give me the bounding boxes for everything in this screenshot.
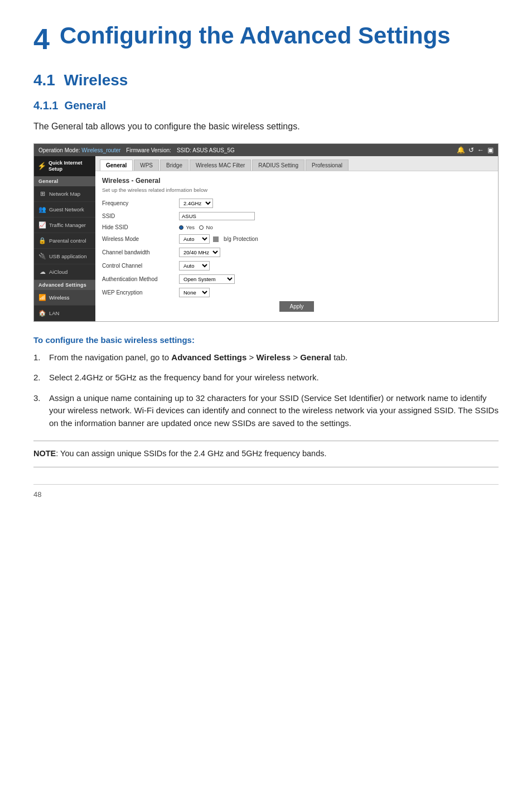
router-tabs: General WPS Bridge Wireless MAC Filter R… <box>95 156 498 171</box>
tab-wps[interactable]: WPS <box>134 160 159 171</box>
note-box: NOTE: You can assign unique SSIDs for th… <box>33 441 499 467</box>
wireless-icon: 📶 <box>38 294 46 301</box>
traffic-manager-icon: 📈 <box>38 221 46 229</box>
wep-encryption-value: None <box>179 288 210 297</box>
instruction-item-3: 3. Assign a unique name containing up to… <box>33 392 499 430</box>
section-4-1-title: 4.1 Wireless <box>33 71 499 89</box>
bell-icon: 🔔 <box>457 146 465 154</box>
instruction-item-2: 2. Select 2.4GHz or 5GHz as the frequenc… <box>33 371 499 384</box>
hide-ssid-value: Yes No <box>179 224 213 230</box>
router-content: General WPS Bridge Wireless MAC Filter R… <box>95 156 498 321</box>
frequency-label: Frequency <box>102 200 175 206</box>
router-panel: Wireless - General Set up the wireless r… <box>95 171 498 317</box>
auth-method-value: Open System <box>179 274 235 284</box>
page-number: 48 <box>33 490 41 499</box>
chapter-title: Configuring the Advanced Settings <box>60 22 451 49</box>
asus-logo-icon: ⚡ <box>37 162 46 170</box>
general-section-header: General <box>34 176 95 186</box>
refresh-icon: ↺ <box>468 146 474 154</box>
lan-icon: 🏠 <box>38 310 46 317</box>
sidebar-wireless-label: Wireless <box>49 294 69 301</box>
control-channel-value: Auto <box>179 261 210 270</box>
tab-bridge[interactable]: Bridge <box>160 160 188 171</box>
sidebar-item-guest-network[interactable]: 👥 Guest Network <box>34 202 95 218</box>
sidebar-lan-label: LAN <box>49 310 59 316</box>
sidebar-usb-label: USB application <box>49 253 87 259</box>
wireless-mode-value: Auto b/g Protection <box>179 234 258 244</box>
sidebar-aicloud-label: AiCloud <box>49 269 67 275</box>
ssid-row: SSID <box>102 212 491 220</box>
operation-mode-label: Operation Mode: Wireless_router <box>38 147 120 153</box>
sidebar-item-usb-application[interactable]: 🔌 USB application <box>34 249 95 264</box>
tab-radius-setting[interactable]: RADIUS Setting <box>252 160 304 171</box>
sidebar-network-map-label: Network Map <box>49 191 80 197</box>
instruction-2-number: 2. <box>33 371 41 384</box>
radio-no-dot <box>199 225 204 230</box>
ssid-label: SSID: ASUS ASUS_5G <box>177 147 235 153</box>
bg-protection-checkbox[interactable] <box>213 236 219 242</box>
wireless-mode-row: Wireless Mode Auto b/g Protection <box>102 234 491 244</box>
frequency-select[interactable]: 2.4GHz 5GHz <box>179 199 213 208</box>
tab-general[interactable]: General <box>100 160 133 171</box>
hide-ssid-no-radio[interactable]: No <box>199 224 213 230</box>
advanced-settings-header: Advanced Settings <box>34 280 95 290</box>
router-sidebar: ⚡ Quick InternetSetup General ⊞ Network … <box>34 156 95 321</box>
network-map-icon: ⊞ <box>38 190 46 197</box>
apply-button[interactable]: Apply <box>279 301 313 312</box>
control-channel-select[interactable]: Auto <box>179 261 210 270</box>
hide-ssid-row: Hide SSID Yes No <box>102 224 491 230</box>
sidebar-item-traffic-manager[interactable]: 📈 Traffic Manager <box>34 218 95 233</box>
guest-network-icon: 👥 <box>38 206 46 213</box>
auth-method-label: Authentication Method <box>102 276 175 282</box>
quick-internet-setup-item[interactable]: ⚡ Quick InternetSetup <box>34 156 95 176</box>
sidebar-item-lan[interactable]: 🏠 LAN <box>34 306 95 321</box>
tab-wireless-mac-filter[interactable]: Wireless MAC Filter <box>190 160 251 171</box>
hide-ssid-yes-radio[interactable]: Yes <box>179 224 195 230</box>
sidebar-item-aicloud[interactable]: ☁ AiCloud <box>34 264 95 280</box>
note-label: NOTE <box>33 449 56 458</box>
window-icon: ▣ <box>487 146 494 154</box>
control-channel-label: Control Channel <box>102 263 175 269</box>
wireless-mode-label: Wireless Mode <box>102 236 175 242</box>
usb-icon: 🔌 <box>38 253 46 260</box>
instruction-item-1: 1. From the navigation panel, go to Adva… <box>33 351 499 364</box>
auth-method-select[interactable]: Open System <box>179 274 235 284</box>
router-topbar-icons: 🔔 ↺ ← ▣ <box>457 146 494 154</box>
note-text: NOTE: You can assign unique SSIDs for th… <box>33 448 499 460</box>
sidebar-item-network-map[interactable]: ⊞ Network Map <box>34 186 95 202</box>
control-channel-row: Control Channel Auto <box>102 261 491 270</box>
ssid-value <box>179 212 255 220</box>
wep-encryption-row: WEP Encryption None <box>102 288 491 297</box>
channel-bandwidth-label: Channel bandwidth <box>102 249 175 255</box>
sidebar-traffic-manager-label: Traffic Manager <box>49 222 86 228</box>
instruction-list: 1. From the navigation panel, go to Adva… <box>33 351 499 430</box>
instructions-heading: To configure the basic wireless settings… <box>33 335 499 345</box>
auth-method-row: Authentication Method Open System <box>102 274 491 284</box>
intro-text: The General tab allows you to configure … <box>33 120 499 133</box>
router-topbar-info: Operation Mode: Wireless_router Firmware… <box>38 147 235 153</box>
channel-bandwidth-row: Channel bandwidth 20/40 MHz <box>102 248 491 257</box>
back-icon: ← <box>477 146 484 154</box>
panel-title: Wireless - General <box>102 177 491 185</box>
wep-encryption-select[interactable]: None <box>179 288 210 297</box>
section-4-1-1-title: 4.1.1 General <box>33 99 499 112</box>
router-ui-screenshot: Operation Mode: Wireless_router Firmware… <box>33 143 499 322</box>
tab-professional[interactable]: Professional <box>306 160 349 171</box>
wireless-mode-select[interactable]: Auto <box>179 234 210 244</box>
frequency-row: Frequency 2.4GHz 5GHz <box>102 199 491 208</box>
channel-bandwidth-value: 20/40 MHz <box>179 248 220 257</box>
page-footer: 48 <box>33 484 499 499</box>
sidebar-item-wireless[interactable]: 📶 Wireless <box>34 290 95 306</box>
panel-subtitle: Set up the wireless related information … <box>102 187 491 193</box>
parental-control-icon: 🔒 <box>38 237 46 244</box>
radio-yes-dot <box>179 225 183 230</box>
wep-encryption-label: WEP Encryption <box>102 289 175 296</box>
sidebar-guest-network-label: Guest Network <box>49 206 84 212</box>
channel-bandwidth-select[interactable]: 20/40 MHz <box>179 248 220 257</box>
ssid-label-field: SSID <box>102 213 175 219</box>
sidebar-parental-control-label: Parental control <box>49 238 86 244</box>
instruction-3-number: 3. <box>33 392 41 405</box>
bg-protection-label: b/g Protection <box>224 236 258 242</box>
ssid-input[interactable] <box>179 212 255 220</box>
sidebar-item-parental-control[interactable]: 🔒 Parental control <box>34 233 95 249</box>
